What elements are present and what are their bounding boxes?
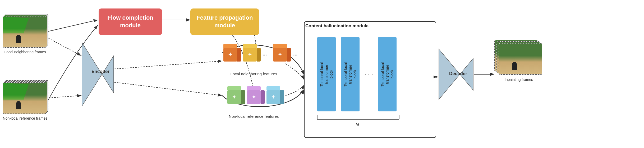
nonlocal-frames-label: Non-local reference frames bbox=[3, 116, 48, 120]
n-label: N bbox=[356, 122, 359, 128]
temporal-block-3: Temporal focal transformer block bbox=[378, 37, 397, 111]
local-frames-box-front bbox=[3, 16, 46, 48]
svg-marker-2 bbox=[82, 42, 114, 106]
svg-line-8 bbox=[114, 61, 222, 69]
inpainting-frames-label: Inpainting frames bbox=[494, 77, 543, 82]
nonlocal-features-label: Non-local reference features bbox=[222, 114, 286, 119]
local-frames-label: Local neighboring frames bbox=[3, 50, 48, 54]
feature-propagation-module: Feature propagation module bbox=[190, 8, 259, 35]
content-hallucination-label: Content hallucination module bbox=[305, 23, 369, 29]
svg-line-4 bbox=[46, 20, 98, 32]
encoder-label: Encoder bbox=[87, 69, 114, 74]
temporal-block-1: Temporal focal transformer block bbox=[317, 37, 336, 111]
svg-line-6 bbox=[46, 37, 81, 56]
decoder-label: Decoder bbox=[446, 71, 470, 76]
temporal-block-2: Temporal focal transformer block bbox=[341, 37, 360, 111]
local-features-label: Local neighboring features bbox=[222, 72, 286, 76]
diagram: Local neighboring frames Non-local refer… bbox=[0, 0, 644, 148]
flow-completion-module: Flow completion module bbox=[99, 8, 162, 35]
svg-line-9 bbox=[114, 82, 222, 95]
inpainting-frames-box-front bbox=[499, 43, 542, 75]
nonlocal-frames-box-front bbox=[3, 82, 46, 114]
temporal-dots: · · · bbox=[365, 72, 373, 79]
ch-to-dec-arrow bbox=[434, 74, 439, 80]
svg-line-7 bbox=[46, 95, 81, 98]
